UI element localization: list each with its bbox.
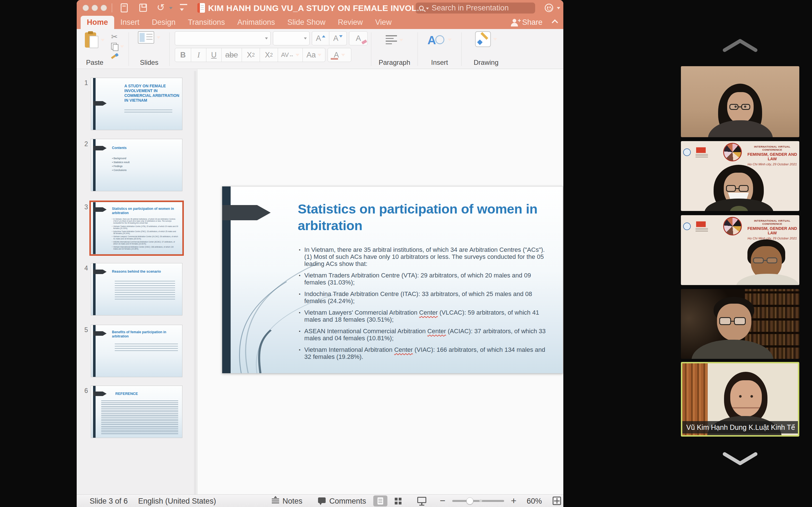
new-slide-dropdown-icon[interactable] xyxy=(156,36,160,39)
insert-label[interactable]: Insert xyxy=(431,59,448,67)
tab-home[interactable]: Home xyxy=(81,16,114,29)
grow-font-button[interactable]: A xyxy=(312,31,329,45)
paragraph-icon[interactable] xyxy=(386,35,397,45)
search-scope-dropdown-icon[interactable] xyxy=(426,8,429,10)
new-slide-icon[interactable] xyxy=(138,31,154,44)
font-name-select[interactable] xyxy=(175,31,271,45)
close-window-button[interactable] xyxy=(83,5,89,11)
notes-icon[interactable] xyxy=(272,499,279,504)
insert-text-icon[interactable]: A xyxy=(427,33,446,47)
shrink-font-button[interactable]: A xyxy=(329,31,347,45)
minimize-window-button[interactable] xyxy=(92,5,98,11)
slide-thumbnail-1[interactable]: A STUDY ON FEMALE INVOLVEMENT IN COMMERC… xyxy=(91,78,183,130)
tab-slide-show[interactable]: Slide Show xyxy=(281,16,332,29)
new-file-icon[interactable] xyxy=(121,3,128,12)
zoom-slider-thumb[interactable] xyxy=(466,497,473,504)
slide-bullet: ▪In Vietnam, there are 35 arbitral insti… xyxy=(299,246,549,267)
undo-dropdown-icon[interactable] xyxy=(169,7,172,9)
participant-video-2[interactable]: INTERNATIONAL VIRTUAL CONFERENCE FEMINIS… xyxy=(681,141,799,211)
slide-body-text[interactable]: ▪In Vietnam, there are 35 arbitral insti… xyxy=(299,246,549,360)
bold-button[interactable]: B xyxy=(175,48,191,62)
collapse-ribbon-icon[interactable] xyxy=(552,19,558,26)
participant-video-3[interactable]: INTERNATIONAL VIRTUAL CONFERENCE FEMINIS… xyxy=(681,215,799,285)
font-size-select[interactable] xyxy=(273,31,310,45)
language-selector[interactable]: English (United States) xyxy=(138,497,216,506)
paragraph-dropdown-icon[interactable] xyxy=(399,39,403,41)
slide-title[interactable]: Statistics on participation of women in … xyxy=(298,201,563,234)
slideshow-view-icon[interactable] xyxy=(417,497,426,503)
slide-thumbnail-2[interactable]: Contents ▪ Background ▪ Statistics resul… xyxy=(91,139,183,191)
save-icon[interactable] xyxy=(139,4,147,12)
feedback-dropdown-icon[interactable] xyxy=(557,7,560,9)
thumb-title: Reasons behind the scenario xyxy=(112,270,181,274)
participant-video-5-active[interactable]: Vũ Kim Hạnh Dung K.Luật Kinh Tế xyxy=(681,362,799,437)
slide-thumbnail-6[interactable]: REFERENCE xyxy=(91,386,183,438)
slide-number: 4 xyxy=(81,265,88,272)
zoom-out-button[interactable]: − xyxy=(440,495,446,506)
search-box[interactable] xyxy=(416,3,535,13)
insert-group: A Insert xyxy=(421,31,458,67)
current-slide-canvas[interactable]: Statistics on participation of women in … xyxy=(222,186,563,374)
thumbnail-scrollbar[interactable] xyxy=(194,71,196,496)
zoom-slider[interactable] xyxy=(452,500,504,502)
superscript-button[interactable]: X2 xyxy=(242,48,260,62)
comments-icon[interactable] xyxy=(318,497,326,503)
participant-video-1[interactable] xyxy=(681,66,799,137)
tab-animations[interactable]: Animations xyxy=(231,16,282,29)
character-spacing-button[interactable]: AV↔ xyxy=(278,48,303,62)
paste-label[interactable]: Paste xyxy=(86,59,103,67)
undo-icon[interactable]: ↺ xyxy=(157,2,165,13)
format-painter-icon[interactable] xyxy=(111,53,119,59)
drawing-label[interactable]: Drawing xyxy=(474,59,499,67)
slide-arrow-shape xyxy=(222,205,271,220)
share-button[interactable]: + Share xyxy=(511,16,543,29)
drawing-dropdown-icon[interactable] xyxy=(493,38,497,41)
slide-sorter-view-icon[interactable] xyxy=(395,498,402,504)
underline-button[interactable]: U xyxy=(206,48,221,62)
search-input[interactable] xyxy=(432,4,525,12)
scroll-participants-up-icon[interactable] xyxy=(722,37,758,54)
tab-transitions[interactable]: Transitions xyxy=(182,16,231,29)
copy-dropdown-icon[interactable] xyxy=(120,45,124,48)
paste-dropdown-icon[interactable] xyxy=(101,39,105,41)
notes-button[interactable]: Notes xyxy=(283,497,303,506)
zoom-window-button[interactable] xyxy=(101,5,107,11)
tab-view[interactable]: View xyxy=(369,16,398,29)
presentation-file-icon xyxy=(197,3,205,13)
tab-review[interactable]: Review xyxy=(332,16,369,29)
drawing-icon[interactable] xyxy=(475,31,491,47)
paste-icon[interactable] xyxy=(85,31,98,49)
slide-number: 3 xyxy=(81,203,88,211)
paragraph-group: Paragraph xyxy=(375,31,414,67)
thumb-bullets: ▪In Vietnam, there are 35 arbitral insti… xyxy=(112,218,179,251)
comments-button[interactable]: Comments xyxy=(329,497,366,506)
slide-thumbnail-3-selected[interactable]: Statistics on participation of women in … xyxy=(91,202,183,255)
zoom-in-button[interactable]: + xyxy=(511,495,516,506)
clear-formatting-button[interactable]: A xyxy=(349,31,368,45)
glasses-icon xyxy=(719,317,746,325)
copy-icon[interactable] xyxy=(111,43,118,50)
cut-icon[interactable]: ✂ xyxy=(111,33,117,41)
feedback-smiley-icon[interactable] xyxy=(545,4,553,12)
participant-video-4[interactable] xyxy=(681,289,799,359)
font-color-button[interactable]: A xyxy=(327,48,351,62)
slides-label[interactable]: Slides xyxy=(140,59,158,67)
scroll-participants-down-icon[interactable] xyxy=(722,450,758,467)
redo-icon[interactable] xyxy=(180,4,187,12)
strikethrough-button[interactable]: abe xyxy=(221,48,242,62)
slide-bullet: ▪Vietnam Traders Arbitration Centre (VTA… xyxy=(299,272,549,286)
italic-button[interactable]: I xyxy=(191,48,206,62)
slide-thumbnail-4[interactable]: Reasons behind the scenario xyxy=(91,263,183,316)
normal-view-button[interactable] xyxy=(373,496,388,506)
tab-design[interactable]: Design xyxy=(146,16,182,29)
participant-silhouette xyxy=(681,289,799,359)
thumb-title: A STUDY ON FEMALE INVOLVEMENT IN COMMERC… xyxy=(124,83,181,103)
tab-insert[interactable]: Insert xyxy=(114,16,146,29)
subscript-button[interactable]: X2 xyxy=(260,48,278,62)
paragraph-label[interactable]: Paragraph xyxy=(378,59,410,67)
change-case-button[interactable]: Aa xyxy=(303,48,325,62)
slide-thumbnail-5[interactable]: Benefits of female participation in arbi… xyxy=(91,325,183,377)
insert-dropdown-icon[interactable] xyxy=(448,39,452,41)
fit-slide-to-window-icon[interactable] xyxy=(553,497,561,505)
bullet-marker-icon: ▪ xyxy=(299,246,300,267)
